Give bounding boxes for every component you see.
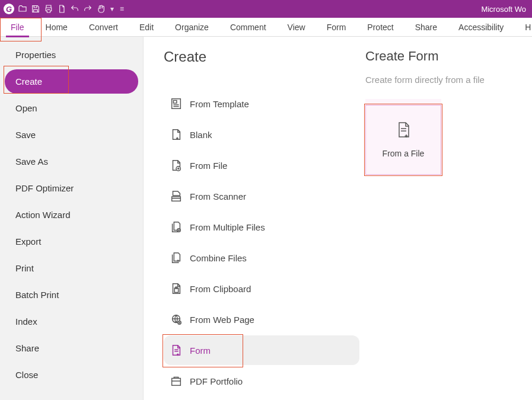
tab-share[interactable]: Share [404, 18, 448, 37]
sidebar-item-print[interactable]: Print [5, 256, 138, 280]
undo-icon[interactable] [70, 4, 79, 14]
sidebar-item-open[interactable]: Open [5, 96, 138, 120]
form-panel-heading: Create Form [365, 49, 532, 64]
create-item-label: PDF Portfolio [190, 376, 243, 386]
template-icon [170, 97, 183, 110]
create-item-label: From Clipboard [190, 284, 251, 294]
create-item-label: From File [190, 161, 227, 171]
web-page-icon [170, 313, 183, 326]
create-form-panel: Create Form Create form directly from a … [359, 49, 532, 400]
sidebar-item-save[interactable]: Save [5, 123, 138, 147]
sidebar-item-properties[interactable]: Properties [5, 43, 138, 67]
save-icon[interactable] [31, 4, 40, 14]
sidebar-item-batch-print[interactable]: Batch Print [5, 283, 138, 307]
app-logo-icon: G [4, 4, 14, 14]
create-heading: Create [164, 49, 359, 65]
tab-comment[interactable]: Comment [219, 18, 277, 37]
from-a-file-icon [396, 121, 411, 140]
create-from-web-page[interactable]: From Web Page [164, 305, 359, 334]
sidebar-item-index[interactable]: Index [5, 309, 138, 334]
folder-open-icon[interactable] [18, 4, 27, 14]
svg-rect-5 [172, 197, 181, 201]
tab-organize[interactable]: Organize [164, 18, 219, 37]
blank-doc-icon [170, 128, 183, 141]
create-item-label: From Multiple Files [190, 222, 265, 232]
sidebar-item-pdf-optimizer[interactable]: PDF Optimizer [5, 176, 138, 200]
title-bar: G ▾ ≡ Microsoft Wo [0, 0, 532, 18]
create-pdf-portfolio[interactable]: PDF Portfolio [164, 366, 359, 396]
form-icon [170, 344, 183, 357]
new-doc-icon[interactable] [57, 4, 66, 14]
hand-tool-icon[interactable] [96, 4, 106, 14]
form-panel-subtitle: Create form directly from a file [365, 75, 532, 85]
tab-protect[interactable]: Protect [356, 18, 404, 37]
svg-rect-1 [173, 101, 177, 104]
window-title: Microsoft Wo [481, 5, 528, 14]
combine-files-icon [170, 251, 183, 264]
create-item-label: Blank [190, 130, 212, 140]
scanner-icon [170, 190, 183, 203]
redo-icon[interactable] [83, 4, 93, 14]
sidebar-item-share[interactable]: Share [5, 336, 138, 360]
sidebar-item-export[interactable]: Export [5, 229, 138, 254]
create-blank[interactable]: Blank [164, 120, 359, 149]
tile-label: From a File [383, 149, 425, 158]
create-from-clipboard[interactable]: From Clipboard [164, 274, 359, 303]
create-item-label: Combine Files [190, 253, 247, 263]
sidebar-item-close[interactable]: Close [5, 363, 138, 387]
create-from-template[interactable]: From Template [164, 89, 359, 119]
tab-file[interactable]: File [0, 18, 35, 37]
create-from-multiple-files[interactable]: From Multiple Files [164, 212, 359, 242]
create-item-label: Form [190, 345, 211, 356]
tab-accessibility[interactable]: Accessibility [448, 18, 514, 37]
tab-form[interactable]: Form [316, 18, 357, 37]
tab-view[interactable]: View [277, 18, 316, 37]
create-form[interactable]: Form [164, 335, 359, 365]
create-combine-files[interactable]: Combine Files [164, 243, 359, 273]
multiple-files-icon [170, 220, 183, 233]
create-item-label: From Scanner [190, 191, 246, 201]
portfolio-icon [170, 375, 183, 388]
file-menu-sidebar: Properties Create Open Save Save As PDF … [0, 37, 144, 400]
create-item-label: From Template [190, 99, 249, 109]
tab-convert[interactable]: Convert [78, 18, 129, 37]
create-from-file[interactable]: From File [164, 151, 359, 180]
ribbon-tabs: File Home Convert Edit Organize Comment … [0, 18, 532, 37]
create-from-scanner[interactable]: From Scanner [164, 181, 359, 211]
clipboard-icon [170, 282, 183, 295]
qat-customize-icon[interactable]: ≡ [120, 5, 124, 13]
tab-help[interactable]: H [514, 18, 532, 37]
print-icon[interactable] [44, 4, 53, 14]
sidebar-item-save-as[interactable]: Save As [5, 149, 138, 174]
tab-edit[interactable]: Edit [129, 18, 164, 37]
tab-home[interactable]: Home [35, 18, 78, 37]
create-options-column: Create From Template Blank From File [164, 49, 359, 400]
sidebar-item-preferences[interactable]: Preferences [5, 398, 138, 400]
sidebar-item-create[interactable]: Create [5, 69, 138, 94]
qat-separator-icon: ▾ [110, 5, 114, 13]
sidebar-item-action-wizard[interactable]: Action Wizard [5, 203, 138, 227]
create-item-label: From Web Page [190, 315, 254, 325]
from-a-file-tile[interactable]: From a File [365, 105, 441, 175]
svg-rect-14 [172, 378, 181, 385]
from-file-icon [170, 159, 183, 172]
